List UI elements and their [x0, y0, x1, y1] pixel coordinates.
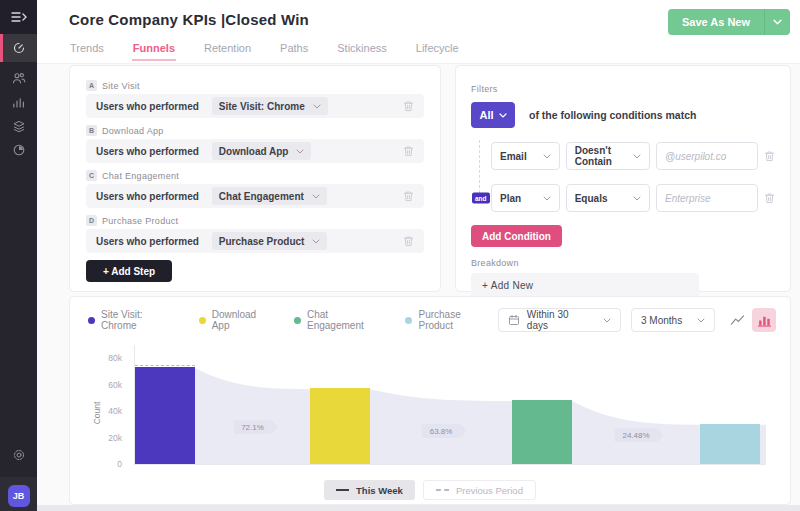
funnel-silhouette-path	[135, 368, 766, 464]
delete-step-button[interactable]	[403, 100, 414, 112]
event-select[interactable]: Chat Engagement	[212, 187, 327, 205]
series-legend: This Week Previous Period	[84, 480, 776, 500]
event-select[interactable]: Download App	[212, 142, 312, 160]
step-prefix: Users who performed	[96, 191, 199, 202]
sidebar-item-analytics[interactable]	[0, 34, 37, 62]
analytics-pie-icon	[12, 41, 26, 55]
calendar-icon	[508, 314, 520, 326]
save-as-new-label[interactable]: Save As New	[668, 9, 764, 35]
period-select[interactable]: 3 Months	[631, 308, 715, 332]
condition-value-input[interactable]	[656, 142, 758, 170]
conversion-badge: 72.1%	[233, 420, 272, 434]
step-name: Download App	[102, 126, 164, 136]
condition-field-select[interactable]: Email	[491, 142, 560, 170]
reports-bars-icon	[12, 96, 25, 108]
step-letter-badge: A	[86, 80, 97, 91]
condition-value-input[interactable]	[656, 184, 758, 212]
step-letter-badge: C	[86, 170, 97, 181]
conditions: Email Doesn't Contain and Plan	[471, 142, 775, 212]
funnel-bar-1[interactable]	[135, 367, 195, 464]
goals-pie-icon	[12, 143, 26, 157]
tab-stickiness[interactable]: Stickiness	[336, 36, 388, 61]
step-name: Purchase Product	[102, 216, 178, 226]
y-tick: 40k	[108, 406, 122, 416]
audience-users-icon	[12, 72, 26, 84]
save-dropdown-toggle[interactable]	[764, 9, 790, 35]
legend-dot	[294, 317, 301, 324]
delete-condition-button[interactable]	[764, 150, 775, 162]
settings-gear-icon	[12, 448, 26, 462]
conjunction-badge: and	[472, 193, 490, 204]
legend-dot	[88, 317, 95, 324]
tab-paths[interactable]: Paths	[279, 36, 309, 61]
line-chart-icon	[730, 314, 745, 327]
chevron-down-icon	[312, 239, 320, 244]
sidebar-toggle-button[interactable]	[0, 0, 37, 34]
header: Core Company KPIs |Closed Win Save As Ne…	[37, 0, 800, 36]
legend-item[interactable]: Download App	[199, 309, 276, 331]
conversion-badge: 63.8%	[422, 424, 461, 438]
tab-trends[interactable]: Trends	[69, 36, 105, 61]
step-row: Users who performed Site Visit: Chrome	[86, 94, 424, 118]
delete-step-button[interactable]	[403, 235, 414, 247]
chevron-down-icon	[543, 154, 551, 159]
chevron-down-icon	[697, 318, 705, 323]
funnel-silhouette	[135, 345, 766, 464]
conversion-window-select[interactable]: Within 30 days	[498, 308, 621, 332]
sidebar-item-goals[interactable]	[0, 138, 37, 162]
conversion-badge: 24.48%	[614, 428, 657, 442]
chevron-down-icon	[773, 19, 782, 25]
y-tick: 80k	[108, 353, 122, 363]
add-condition-button[interactable]: Add Condition	[471, 225, 562, 247]
condition-field-select[interactable]: Plan	[491, 184, 560, 212]
step-prefix: Users who performed	[96, 146, 199, 157]
avatar[interactable]: JB	[8, 485, 30, 507]
bar-chart-toggle-button[interactable]	[752, 308, 776, 332]
delete-condition-button[interactable]	[764, 192, 775, 204]
match-all-select[interactable]: All	[471, 102, 515, 128]
step-name: Chat Engagement	[102, 171, 179, 181]
settings-button[interactable]	[0, 443, 37, 467]
save-as-new-button[interactable]: Save As New	[668, 9, 790, 35]
delete-step-button[interactable]	[403, 190, 414, 202]
sidebar-item-audience[interactable]	[0, 66, 37, 90]
sidebar-item-segments[interactable]	[0, 114, 37, 138]
legend-item[interactable]: Chat Engagement	[294, 309, 387, 331]
y-tick: 60k	[108, 380, 122, 390]
page-title: Core Company KPIs |Closed Win	[69, 11, 309, 28]
condition-operator-select[interactable]: Equals	[566, 184, 650, 212]
tab-funnels[interactable]: Funnels	[132, 36, 176, 61]
filters-panel: Filters All of the following conditions …	[455, 65, 791, 292]
bottom-strip	[37, 505, 800, 511]
y-axis: 020k40k60k80k	[98, 345, 126, 465]
legend-item[interactable]: Site Visit: Chrome	[88, 309, 181, 331]
chevron-down-icon	[543, 196, 551, 201]
funnel-bar-4[interactable]	[700, 424, 760, 464]
condition-row-2: and Plan Equals	[491, 184, 775, 212]
chevron-down-icon	[603, 318, 611, 323]
condition-operator-select[interactable]: Doesn't Contain	[566, 142, 650, 170]
funnel-bar-2[interactable]	[310, 388, 370, 464]
content-area: A Site Visit Users who performed Site Vi…	[37, 64, 800, 511]
add-step-button[interactable]: + Add Step	[86, 260, 172, 282]
step-letter-badge: D	[86, 215, 97, 226]
menu-toggle-icon	[11, 11, 27, 23]
sidebar: JB	[0, 0, 37, 511]
breakdown-label: Breakdown	[471, 258, 775, 268]
line-chart-toggle-button[interactable]	[725, 308, 749, 332]
chevron-down-icon	[633, 154, 641, 159]
funnel-bar-3[interactable]	[512, 400, 572, 464]
event-select[interactable]: Purchase Product	[212, 232, 328, 250]
tab-lifecycle[interactable]: Lifecycle	[415, 36, 460, 61]
sidebar-item-reports[interactable]	[0, 90, 37, 114]
this-week-toggle[interactable]: This Week	[324, 480, 415, 500]
legend-item[interactable]: Purchase Product	[405, 309, 497, 331]
previous-period-toggle[interactable]: Previous Period	[423, 480, 536, 500]
delete-step-button[interactable]	[403, 145, 414, 157]
event-select[interactable]: Site Visit: Chrome	[212, 97, 328, 115]
previous-period-marker	[135, 365, 195, 366]
funnel-chart: Count 020k40k60k80k 72.1%63.8%24.48%	[98, 345, 766, 471]
tab-retention[interactable]: Retention	[203, 36, 252, 61]
breakdown-add-new-button[interactable]: + Add New	[471, 273, 699, 298]
funnel-chart-panel: Site Visit: Chrome Download App Chat Eng…	[69, 296, 791, 505]
